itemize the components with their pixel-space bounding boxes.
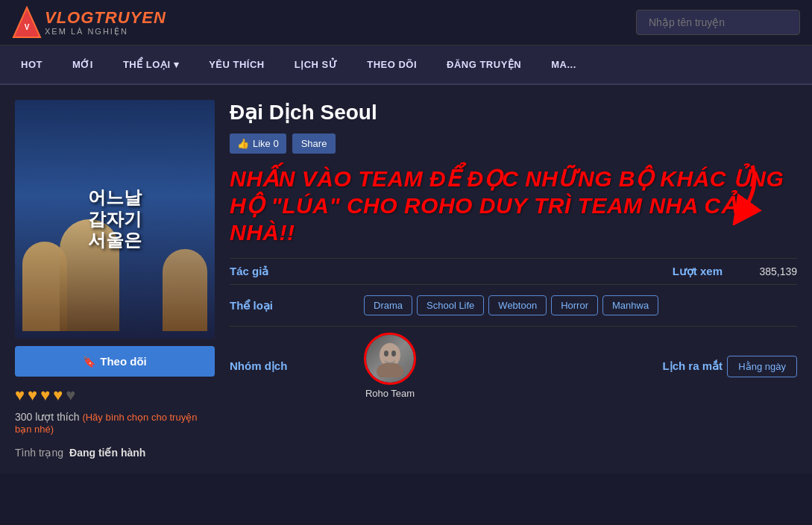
release-schedule: Hằng ngày [723,359,797,373]
avatar-face-icon [371,340,409,377]
social-buttons: 👍 Like 0 Share [230,133,797,154]
tac-gia-label: Tác giả [230,265,364,278]
star-3[interactable]: ♥ [40,386,50,405]
follow-label: Theo dõi [100,355,147,368]
group-avatar[interactable] [364,333,416,385]
nav-theo-doi[interactable]: THEO DÕI [352,45,432,84]
svg-marker-0 [13,7,40,37]
genre-school[interactable]: School Life [417,295,484,315]
logo-sub-text: XEM LÀ NGHIỆN [45,27,166,36]
star-2[interactable]: ♥ [28,386,37,405]
search-input[interactable] [636,10,800,35]
nav-the-loai[interactable]: THỂ LOẠI ▾ [108,45,194,84]
nav-lich-su[interactable]: LỊCH SỬ [280,45,353,84]
genre-tags: Drama School Life Webtoon Horror Manhwa [364,291,658,320]
lich-ra-mat-label: Lịch ra mắt [603,359,723,373]
right-panel: Đại Dịch Seoul 👍 Like 0 Share NHẤN VÀO T… [230,100,797,459]
logo-text: VLOGTRUYEN XEM LÀ NGHIỆN [45,9,166,36]
release-badge: Hằng ngày [727,356,797,377]
nav-moi[interactable]: MỚI [57,45,108,84]
logo-icon: V [12,6,42,39]
nav-yeu-thich[interactable]: YÊU THÍCH [194,45,280,84]
manga-cover: ROHO TEAM VLOGTRUYỆN XEM LÀ NGHIỆN 어느날갑자… [15,100,215,339]
main-content: ROHO TEAM VLOGTRUYỆN XEM LÀ NGHIỆN 어느날갑자… [0,85,812,474]
logo-area: V VLOGTRUYEN XEM LÀ NGHIỆN [12,6,166,39]
group-name[interactable]: Roho Team [365,388,415,399]
facebook-like-button[interactable]: 👍 Like 0 [230,133,286,154]
luot-xem-label: Lượt xem [603,265,723,278]
svg-point-5 [391,350,396,356]
navigation: HOT MỚI THỂ LOẠI ▾ YÊU THÍCH LỊCH SỬ THE… [0,45,812,85]
svg-text:V: V [25,23,30,31]
bookmark-icon: 🔖 [83,356,95,368]
status-label: Tình trạng [15,447,63,459]
genre-drama[interactable]: Drama [364,295,412,315]
left-panel: ROHO TEAM VLOGTRUYỆN XEM LÀ NGHIỆN 어느날갑자… [15,100,215,459]
star-5[interactable]: ♥ [66,386,75,405]
fb-like-icon: 👍 [237,138,249,149]
promo-arrow-icon [700,158,767,225]
likes-count: 300 lượt thích (Hãy bình chọn cho truyện… [15,411,215,435]
nhom-dich-label: Nhóm dịch [230,359,364,373]
star-1[interactable]: ♥ [15,386,25,405]
header: V VLOGTRUYEN XEM LÀ NGHIỆN [0,0,812,45]
luot-xem-value: 385,139 [723,265,797,278]
promotion-banner: NHẤN VÀO TEAM ĐỂ ĐỌC NHỮNG BỘ KHÁC ỦNG H… [230,166,797,246]
group-avatar-image [366,335,414,383]
status-value: Đang tiến hành [69,447,145,459]
the-loai-label: Thể loại [230,299,364,312]
group-area: Roho Team [364,333,603,399]
status-row: Tình trạng Đang tiến hành [15,447,215,459]
share-button[interactable]: Share [292,133,336,154]
star-4[interactable]: ♥ [53,386,63,405]
nav-ma[interactable]: MA... [536,45,591,84]
manga-title: Đại Dịch Seoul [230,100,797,125]
nav-hot[interactable]: HOT [6,45,57,84]
cover-korean-title: 어느날갑자기서울은 [73,172,157,266]
logo-main-text: VLOGTRUYEN [45,9,166,27]
svg-point-4 [384,350,388,356]
rating-stars: ♥ ♥ ♥ ♥ ♥ [15,386,215,405]
genre-horror[interactable]: Horror [551,295,598,315]
like-label: Like 0 [253,138,279,149]
follow-button[interactable]: 🔖 Theo dõi [15,346,215,377]
genre-webtoon[interactable]: Webtoon [488,295,547,315]
genre-manhwa[interactable]: Manhwa [602,295,658,315]
svg-point-3 [377,362,403,377]
nav-dang-truyen[interactable]: ĐĂNG TRUYỆN [432,45,536,84]
